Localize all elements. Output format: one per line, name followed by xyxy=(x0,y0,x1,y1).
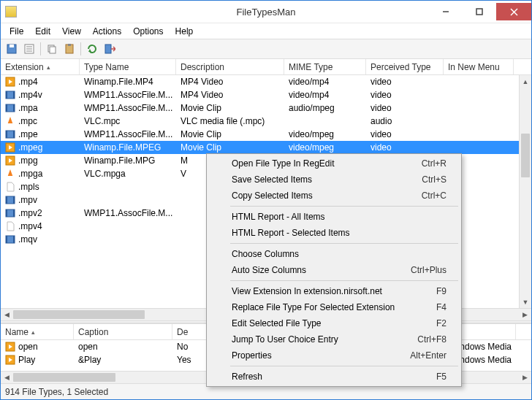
table-row[interactable]: .mpaWMP11.AssocFile.M...Movie Clipaudio/… xyxy=(1,101,531,115)
cell-mime-type: video/mpeg xyxy=(284,128,366,140)
status-text: 914 File Types, 1 Selected xyxy=(5,387,108,397)
video-icon xyxy=(5,90,15,100)
toolbar-paste-button[interactable] xyxy=(61,41,77,57)
cell-mime-type: video/mpeg xyxy=(284,142,366,153)
cell-extension: .mpe xyxy=(1,128,80,140)
menu-item-label: Auto Size Columns xyxy=(232,265,306,275)
column-header-in-new-menu[interactable]: In New Menu xyxy=(444,59,514,74)
minimize-button[interactable] xyxy=(429,3,463,20)
scroll-up-arrow[interactable]: ▲ xyxy=(520,75,531,88)
vlc-icon xyxy=(5,116,15,126)
toolbar-properties-button[interactable] xyxy=(21,41,37,57)
cell-extension: .mpa xyxy=(1,102,80,114)
vertical-scrollbar[interactable]: ▲ ▼ xyxy=(519,75,531,308)
menu-item-label: Properties xyxy=(232,350,272,361)
context-menu: Open File Type In RegEditCtrl+RSave Sele… xyxy=(206,153,462,387)
cell-extension: .mpc xyxy=(1,115,80,127)
cell-extension: .mpv xyxy=(1,194,80,206)
cell-extension: .mp4 xyxy=(1,76,80,88)
menu-item-copy-selected-items[interactable]: Copy Selected ItemsCtrl+C xyxy=(208,188,460,204)
bottom-column-header-caption[interactable]: Caption xyxy=(74,324,172,339)
cell-type-name xyxy=(80,199,176,201)
toolbar-copy-button[interactable] xyxy=(44,41,60,57)
blank-icon xyxy=(5,221,15,231)
column-header-perceived-type[interactable]: Perceived Type xyxy=(366,59,444,74)
column-header-extension[interactable]: Extension▴ xyxy=(1,59,80,74)
column-header-type-name[interactable]: Type Name xyxy=(80,59,176,74)
menu-shortcut: F5 xyxy=(436,372,446,382)
menu-item-save-selected-items[interactable]: Save Selected ItemsCtrl+S xyxy=(208,172,460,188)
menu-item-choose-columns[interactable]: Choose Columns xyxy=(208,246,460,262)
cell-perceived-type: video xyxy=(366,142,444,153)
close-button[interactable] xyxy=(496,3,531,20)
extension-text: .mpe xyxy=(18,129,38,139)
table-row[interactable]: .mpcVLC.mpcVLC media file (.mpc)audio xyxy=(1,115,531,128)
cell-caption: open xyxy=(74,341,172,353)
menu-item-label: Open File Type In RegEdit xyxy=(232,158,335,169)
bottom-column-header-name[interactable]: Name▴ xyxy=(1,324,74,339)
extension-text: .mpga xyxy=(18,169,42,179)
menu-edit[interactable]: Edit xyxy=(29,24,56,39)
titlebar[interactable]: FileTypesMan xyxy=(1,1,531,23)
maximize-button[interactable] xyxy=(463,3,496,20)
column-header-description[interactable]: Description xyxy=(176,59,284,74)
extension-text: .mp4v xyxy=(18,90,42,100)
menu-item-properties[interactable]: PropertiesAlt+Enter xyxy=(208,347,460,364)
extension-text: .mpg xyxy=(18,155,38,166)
bottom-column-header-de[interactable]: De xyxy=(172,324,209,339)
column-header-mime-type[interactable]: MIME Type xyxy=(284,59,366,74)
scroll-thumb[interactable] xyxy=(13,310,145,319)
menu-options[interactable]: Options xyxy=(127,24,169,39)
menu-item-label: View Extension In extension.nirsoft.net xyxy=(232,286,382,296)
menu-item-label: Jump To User Choice Entry xyxy=(232,334,338,345)
toolbar-separator xyxy=(80,42,81,55)
menu-item-replace-file-type-for-selected-extension[interactable]: Replace File Type For Selected Extension… xyxy=(208,299,460,315)
scroll-right-arrow[interactable]: ▶ xyxy=(519,372,531,383)
extension-text: .mpeg xyxy=(18,142,42,153)
table-row[interactable]: .mpeWMP11.AssocFile.M...Movie Clipvideo/… xyxy=(1,128,531,141)
menu-item-label: Edit Selected File Type xyxy=(232,318,322,328)
scroll-thumb[interactable] xyxy=(13,373,115,382)
extension-text: .mp4 xyxy=(18,77,38,87)
scroll-thumb[interactable] xyxy=(521,134,530,177)
cell-description: Movie Clip xyxy=(176,102,284,114)
menu-item-open-file-type-in-regedit[interactable]: Open File Type In RegEditCtrl+R xyxy=(208,155,460,172)
menu-item-html-report-all-items[interactable]: HTML Report - All Items xyxy=(208,209,460,225)
cell-extension: .mpg xyxy=(1,155,80,166)
scroll-down-arrow[interactable]: ▼ xyxy=(520,296,531,308)
table-row[interactable]: .mp4Winamp.File.MP4MP4 Videovideo/mp4vid… xyxy=(1,75,531,88)
cell-name: Play xyxy=(1,354,74,366)
table-row[interactable]: .mp4vWMP11.AssocFile.M...MP4 Videovideo/… xyxy=(1,88,531,101)
menu-shortcut: Ctrl+R xyxy=(422,158,446,169)
cell-type-name: WMP11.AssocFile.M... xyxy=(80,89,176,101)
scroll-left-arrow[interactable]: ◀ xyxy=(1,309,13,320)
menu-item-view-extension-in-extension-nirsoft-net[interactable]: View Extension In extension.nirsoft.netF… xyxy=(208,283,460,299)
menu-item-edit-selected-file-type[interactable]: Edit Selected File TypeF2 xyxy=(208,315,460,331)
menu-item-jump-to-user-choice-entry[interactable]: Jump To User Choice EntryCtrl+F8 xyxy=(208,331,460,347)
toolbar-exit-button[interactable] xyxy=(102,41,118,57)
menu-help[interactable]: Help xyxy=(170,24,200,39)
extension-text: .mpv xyxy=(18,195,37,205)
cell-extension: .mpeg xyxy=(1,142,80,153)
cell-perceived-type: video xyxy=(366,76,444,88)
cell-type-name: WMP11.AssocFile.M... xyxy=(80,128,176,140)
menu-view[interactable]: View xyxy=(56,24,87,39)
scroll-right-arrow[interactable]: ▶ xyxy=(519,309,531,320)
video-icon xyxy=(5,129,15,139)
toolbar-save-button[interactable] xyxy=(4,41,20,57)
scroll-left-arrow[interactable]: ◀ xyxy=(1,372,13,383)
menu-shortcut: Alt+Enter xyxy=(410,350,446,361)
menu-separator xyxy=(230,280,458,281)
cell-type-name: WMP11.AssocFile.M... xyxy=(80,207,176,219)
menu-item-html-report-selected-items[interactable]: HTML Report - Selected Items xyxy=(208,225,460,241)
cell-type-name: WMP11.AssocFile.M... xyxy=(80,102,176,114)
cell-extension: .mqv xyxy=(1,234,80,245)
winamp-icon xyxy=(5,77,15,87)
cell-de: Yes xyxy=(172,354,209,366)
menu-file[interactable]: File xyxy=(4,24,29,39)
menu-actions[interactable]: Actions xyxy=(87,24,127,39)
menu-item-auto-size-columns[interactable]: Auto Size ColumnsCtrl+Plus xyxy=(208,262,460,278)
table-row[interactable]: .mpegWinamp.File.MPEGMovie Clipvideo/mpe… xyxy=(1,141,531,154)
menu-item-refresh[interactable]: RefreshF5 xyxy=(208,369,460,385)
toolbar-refresh-button[interactable] xyxy=(84,41,100,57)
